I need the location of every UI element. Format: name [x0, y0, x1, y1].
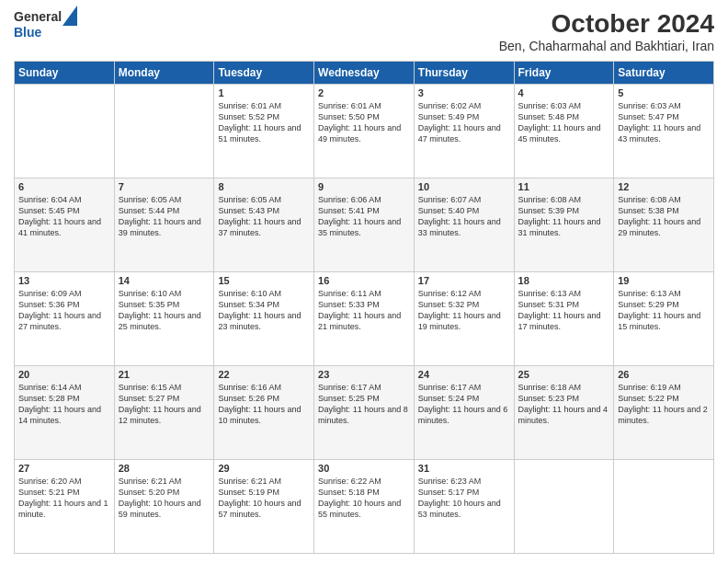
day-number: 14: [119, 275, 210, 286]
cell-content: Sunrise: 6:20 AMSunset: 5:21 PMDaylight:…: [18, 476, 110, 521]
calendar-week: 6Sunrise: 6:04 AMSunset: 5:45 PMDaylight…: [15, 178, 714, 272]
calendar-cell: 15Sunrise: 6:10 AMSunset: 5:34 PMDayligh…: [214, 272, 314, 366]
calendar-cell: 24Sunrise: 6:17 AMSunset: 5:24 PMDayligh…: [414, 366, 514, 460]
day-number: 7: [119, 181, 210, 192]
calendar-cell: 5Sunrise: 6:03 AMSunset: 5:47 PMDaylight…: [614, 85, 714, 178]
calendar-cell: 4Sunrise: 6:03 AMSunset: 5:48 PMDaylight…: [514, 85, 614, 178]
logo-text: General Blue: [14, 9, 62, 40]
calendar-cell: 27Sunrise: 6:20 AMSunset: 5:21 PMDayligh…: [15, 460, 115, 554]
calendar-cell: 8Sunrise: 6:05 AMSunset: 5:43 PMDaylight…: [214, 178, 314, 272]
cell-content: Sunrise: 6:16 AMSunset: 5:26 PMDaylight:…: [218, 382, 310, 427]
day-number: 24: [418, 369, 510, 380]
calendar-cell: 13Sunrise: 6:09 AMSunset: 5:36 PMDayligh…: [15, 272, 115, 366]
day-header: Monday: [114, 62, 214, 85]
calendar-cell: 3Sunrise: 6:02 AMSunset: 5:49 PMDaylight…: [414, 85, 514, 178]
calendar-cell: 23Sunrise: 6:17 AMSunset: 5:25 PMDayligh…: [314, 366, 415, 460]
day-header: Thursday: [414, 62, 514, 85]
cell-content: Sunrise: 6:05 AMSunset: 5:44 PMDaylight:…: [119, 194, 210, 239]
cell-content: Sunrise: 6:19 AMSunset: 5:22 PMDaylight:…: [618, 382, 710, 427]
calendar-cell: 21Sunrise: 6:15 AMSunset: 5:27 PMDayligh…: [114, 366, 214, 460]
calendar-cell: 29Sunrise: 6:21 AMSunset: 5:19 PMDayligh…: [214, 460, 314, 554]
cell-content: Sunrise: 6:12 AMSunset: 5:32 PMDaylight:…: [418, 288, 510, 333]
calendar-cell: 2Sunrise: 6:01 AMSunset: 5:50 PMDaylight…: [314, 85, 415, 178]
main-title: October 2024: [499, 9, 714, 39]
day-number: 12: [618, 181, 710, 192]
calendar-cell: 1Sunrise: 6:01 AMSunset: 5:52 PMDaylight…: [214, 85, 314, 178]
cell-content: Sunrise: 6:10 AMSunset: 5:35 PMDaylight:…: [119, 288, 210, 333]
day-number: 6: [18, 181, 110, 192]
cell-content: Sunrise: 6:08 AMSunset: 5:39 PMDaylight:…: [518, 194, 610, 239]
calendar-cell: 26Sunrise: 6:19 AMSunset: 5:22 PMDayligh…: [614, 366, 714, 460]
calendar-week: 13Sunrise: 6:09 AMSunset: 5:36 PMDayligh…: [15, 272, 714, 366]
calendar-cell: 16Sunrise: 6:11 AMSunset: 5:33 PMDayligh…: [314, 272, 415, 366]
calendar-cell: 18Sunrise: 6:13 AMSunset: 5:31 PMDayligh…: [514, 272, 614, 366]
day-number: 3: [418, 87, 510, 98]
day-number: 23: [318, 369, 410, 380]
day-number: 1: [218, 87, 310, 98]
calendar-cell: 9Sunrise: 6:06 AMSunset: 5:41 PMDaylight…: [314, 178, 415, 272]
day-number: 26: [618, 369, 710, 380]
day-number: 13: [18, 275, 110, 286]
day-number: 8: [218, 181, 310, 192]
calendar-cell: 20Sunrise: 6:14 AMSunset: 5:28 PMDayligh…: [15, 366, 115, 460]
title-block: October 2024 Ben, Chaharmahal and Bakhti…: [499, 9, 714, 53]
cell-content: Sunrise: 6:02 AMSunset: 5:49 PMDaylight:…: [418, 100, 510, 145]
cell-content: Sunrise: 6:17 AMSunset: 5:24 PMDaylight:…: [418, 382, 510, 427]
calendar-week: 20Sunrise: 6:14 AMSunset: 5:28 PMDayligh…: [15, 366, 714, 460]
cell-content: Sunrise: 6:18 AMSunset: 5:23 PMDaylight:…: [518, 382, 610, 427]
day-number: 4: [518, 87, 610, 98]
cell-content: Sunrise: 6:05 AMSunset: 5:43 PMDaylight:…: [218, 194, 310, 239]
cell-content: Sunrise: 6:03 AMSunset: 5:47 PMDaylight:…: [618, 100, 710, 145]
day-header: Wednesday: [314, 62, 415, 85]
cell-content: Sunrise: 6:08 AMSunset: 5:38 PMDaylight:…: [618, 194, 710, 239]
day-number: 5: [618, 87, 710, 98]
calendar-cell: [514, 460, 614, 554]
cell-content: Sunrise: 6:01 AMSunset: 5:50 PMDaylight:…: [318, 100, 410, 145]
subtitle: Ben, Chaharmahal and Bakhtiari, Iran: [499, 39, 714, 53]
day-number: 2: [318, 87, 410, 98]
header: General Blue October 2024 Ben, Chaharmah…: [14, 9, 714, 53]
day-number: 9: [318, 181, 410, 192]
day-number: 15: [218, 275, 310, 286]
day-number: 10: [418, 181, 510, 192]
calendar-cell: [114, 85, 214, 178]
day-number: 30: [318, 463, 410, 474]
day-number: 11: [518, 181, 610, 192]
calendar-cell: 31Sunrise: 6:23 AMSunset: 5:17 PMDayligh…: [414, 460, 514, 554]
calendar-cell: 28Sunrise: 6:21 AMSunset: 5:20 PMDayligh…: [114, 460, 214, 554]
cell-content: Sunrise: 6:21 AMSunset: 5:19 PMDaylight:…: [218, 476, 310, 521]
day-number: 16: [318, 275, 410, 286]
cell-content: Sunrise: 6:11 AMSunset: 5:33 PMDaylight:…: [318, 288, 410, 333]
calendar: SundayMondayTuesdayWednesdayThursdayFrid…: [14, 61, 714, 554]
cell-content: Sunrise: 6:06 AMSunset: 5:41 PMDaylight:…: [318, 194, 410, 239]
day-number: 19: [618, 275, 710, 286]
calendar-cell: 14Sunrise: 6:10 AMSunset: 5:35 PMDayligh…: [114, 272, 214, 366]
day-number: 25: [518, 369, 610, 380]
day-header: Saturday: [614, 62, 714, 85]
cell-content: Sunrise: 6:23 AMSunset: 5:17 PMDaylight:…: [418, 476, 510, 521]
calendar-header: SundayMondayTuesdayWednesdayThursdayFrid…: [15, 62, 714, 85]
cell-content: Sunrise: 6:14 AMSunset: 5:28 PMDaylight:…: [18, 382, 110, 427]
svg-marker-0: [63, 6, 77, 26]
calendar-cell: 25Sunrise: 6:18 AMSunset: 5:23 PMDayligh…: [514, 366, 614, 460]
calendar-week: 1Sunrise: 6:01 AMSunset: 5:52 PMDaylight…: [15, 85, 714, 178]
day-header: Sunday: [15, 62, 115, 85]
day-number: 29: [218, 463, 310, 474]
calendar-cell: 22Sunrise: 6:16 AMSunset: 5:26 PMDayligh…: [214, 366, 314, 460]
calendar-cell: 12Sunrise: 6:08 AMSunset: 5:38 PMDayligh…: [614, 178, 714, 272]
calendar-cell: 11Sunrise: 6:08 AMSunset: 5:39 PMDayligh…: [514, 178, 614, 272]
day-number: 27: [18, 463, 110, 474]
cell-content: Sunrise: 6:03 AMSunset: 5:48 PMDaylight:…: [518, 100, 610, 145]
calendar-cell: [15, 85, 115, 178]
day-header: Friday: [514, 62, 614, 85]
calendar-cell: 19Sunrise: 6:13 AMSunset: 5:29 PMDayligh…: [614, 272, 714, 366]
calendar-cell: 7Sunrise: 6:05 AMSunset: 5:44 PMDaylight…: [114, 178, 214, 272]
calendar-cell: 10Sunrise: 6:07 AMSunset: 5:40 PMDayligh…: [414, 178, 514, 272]
calendar-cell: [614, 460, 714, 554]
calendar-cell: 6Sunrise: 6:04 AMSunset: 5:45 PMDaylight…: [15, 178, 115, 272]
logo-icon: [63, 6, 77, 26]
day-header: Tuesday: [214, 62, 314, 85]
logo: General Blue: [14, 9, 77, 40]
day-number: 28: [119, 463, 210, 474]
cell-content: Sunrise: 6:21 AMSunset: 5:20 PMDaylight:…: [119, 476, 210, 521]
